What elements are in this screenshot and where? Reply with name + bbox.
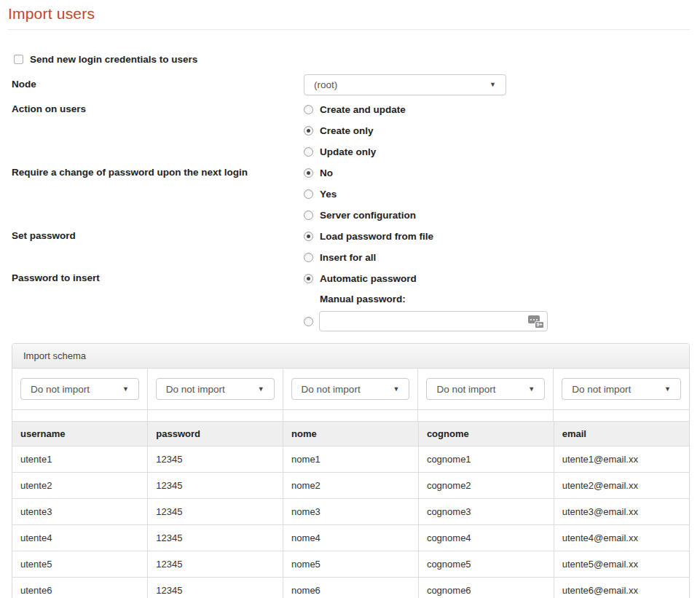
radio-manual-password[interactable] [304, 317, 313, 326]
password-to-insert-options: Automatic password Manual password: 9+ [304, 268, 548, 334]
node-select-value: (root) [314, 79, 337, 90]
table-row: utente2 12345 nome2 cognome2 utente2@ema… [12, 473, 689, 499]
radio-row: Insert for all [304, 247, 433, 268]
action-on-users-options: Create and update Create only Update onl… [304, 99, 406, 162]
page-title: Import users [8, 5, 690, 23]
schema-select-cell: Do not import ▼ [12, 369, 148, 409]
schema-select-value: Do not import [302, 384, 361, 395]
title-divider [8, 29, 690, 30]
chevron-down-icon: ▼ [528, 386, 535, 393]
col-header-nome: nome [283, 422, 419, 446]
password-to-insert-group: Password to insert Automatic password Ma… [12, 268, 690, 334]
cell: utente6 [12, 578, 148, 598]
radio-yes[interactable] [304, 189, 313, 199]
radio-label: Load password from file [320, 231, 433, 242]
col-header-password: password [148, 422, 283, 446]
radio-label: Create and update [320, 104, 406, 115]
schema-column-select-4[interactable]: Do not import ▼ [426, 378, 545, 400]
cell: utente1 [12, 446, 148, 473]
cell: utente5@email.xx [554, 551, 689, 578]
require-password-change-options: No Yes Server configuration [304, 162, 416, 226]
radio-label: Create only [320, 125, 374, 136]
radio-row: No [304, 162, 416, 184]
import-schema-panel-title: Import schema [12, 344, 689, 369]
send-credentials-label: Send new login credentials to users [30, 54, 197, 65]
set-password-group: Set password Load password from file Ins… [12, 226, 690, 268]
chevron-down-icon: ▼ [664, 386, 671, 393]
col-header-email: email [554, 422, 689, 446]
radio-label: Yes [320, 189, 337, 200]
chevron-down-icon: ▼ [393, 386, 399, 393]
table-header-row: username password nome cognome email [12, 422, 689, 446]
action-on-users-group: Action on users Create and update Create… [12, 99, 690, 162]
radio-insert-for-all[interactable] [304, 253, 313, 262]
schema-column-select-3[interactable]: Do not import ▼ [291, 378, 410, 400]
cell: cognome5 [418, 551, 554, 578]
password-generator-icon[interactable]: 9+ [528, 314, 544, 328]
radio-label: Update only [320, 146, 376, 157]
schema-select-value: Do not import [166, 384, 225, 395]
schema-select-value: Do not import [436, 384, 495, 395]
radio-row: Automatic password [304, 268, 548, 289]
cell: cognome2 [418, 473, 554, 499]
cell: nome4 [283, 525, 419, 551]
manual-password-input[interactable] [319, 311, 548, 331]
radio-row: Create only [304, 120, 406, 141]
radio-no[interactable] [304, 168, 313, 178]
schema-spacer-row [12, 409, 689, 421]
require-password-change-group: Require a change of password upon the ne… [12, 162, 690, 226]
cell: utente6@email.xx [554, 578, 689, 598]
schema-selects-row: Do not import ▼ Do not import ▼ Do not i… [12, 369, 689, 409]
cell: utente2@email.xx [554, 473, 689, 499]
cell: 12345 [148, 499, 283, 525]
node-select[interactable]: (root) ▼ [304, 74, 506, 95]
cell: utente4 [12, 525, 148, 551]
schema-column-select-2[interactable]: Do not import ▼ [156, 378, 275, 400]
table-row: utente3 12345 nome3 cognome3 utente3@ema… [12, 499, 689, 525]
table-row: utente1 12345 nome1 cognome1 utente1@ema… [12, 446, 689, 473]
radio-label: Insert for all [320, 252, 376, 263]
chevron-down-icon: ▼ [489, 82, 496, 88]
table-row: utente4 12345 nome4 cognome4 utente4@ema… [12, 525, 689, 551]
cell: nome1 [283, 446, 419, 473]
table-row: utente5 12345 nome5 cognome5 utente5@ema… [12, 551, 689, 578]
cell: utente3@email.xx [554, 499, 689, 525]
cell: cognome6 [418, 578, 554, 598]
action-on-users-label: Action on users [12, 99, 304, 115]
password-to-insert-label: Password to insert [12, 268, 304, 284]
cell: 12345 [148, 525, 283, 551]
cell: nome6 [283, 578, 419, 598]
form-groups: Action on users Create and update Create… [12, 99, 690, 334]
radio-label: Automatic password [320, 273, 417, 284]
radio-update-only[interactable] [304, 147, 313, 157]
manual-password-label-row: Manual password: [304, 289, 548, 309]
schema-column-select-1[interactable]: Do not import ▼ [20, 378, 139, 400]
radio-row: Server configuration [304, 205, 416, 226]
schema-select-cell: Do not import ▼ [554, 369, 689, 409]
send-credentials-checkbox[interactable] [14, 55, 23, 64]
cell: 12345 [148, 551, 283, 578]
radio-row: Create and update [304, 99, 406, 120]
node-row: Node (root) ▼ [12, 74, 690, 95]
radio-label: No [320, 168, 333, 178]
send-credentials-row: Send new login credentials to users [14, 53, 690, 66]
col-header-cognome: cognome [418, 422, 554, 446]
cell: nome2 [283, 473, 419, 499]
cell: utente2 [12, 473, 148, 499]
radio-create-only[interactable] [304, 126, 313, 135]
radio-row: Update only [304, 141, 406, 162]
import-preview-table: username password nome cognome email ute… [12, 421, 689, 598]
radio-load-password-from-file[interactable] [304, 232, 313, 241]
import-users-page: Import users Send new login credentials … [0, 5, 700, 598]
radio-server-configuration[interactable] [304, 211, 313, 220]
schema-select-value: Do not import [31, 384, 90, 395]
radio-row: Yes [304, 184, 416, 205]
cell: nome5 [283, 551, 419, 578]
radio-create-and-update[interactable] [304, 105, 313, 114]
schema-column-select-5[interactable]: Do not import ▼ [562, 378, 681, 400]
import-schema-panel: Import schema Do not import ▼ Do not imp… [12, 343, 690, 598]
chevron-down-icon: ▼ [122, 386, 129, 393]
cell: utente4@email.xx [554, 525, 689, 551]
manual-password-label: Manual password: [320, 294, 406, 304]
radio-automatic-password[interactable] [304, 274, 313, 283]
